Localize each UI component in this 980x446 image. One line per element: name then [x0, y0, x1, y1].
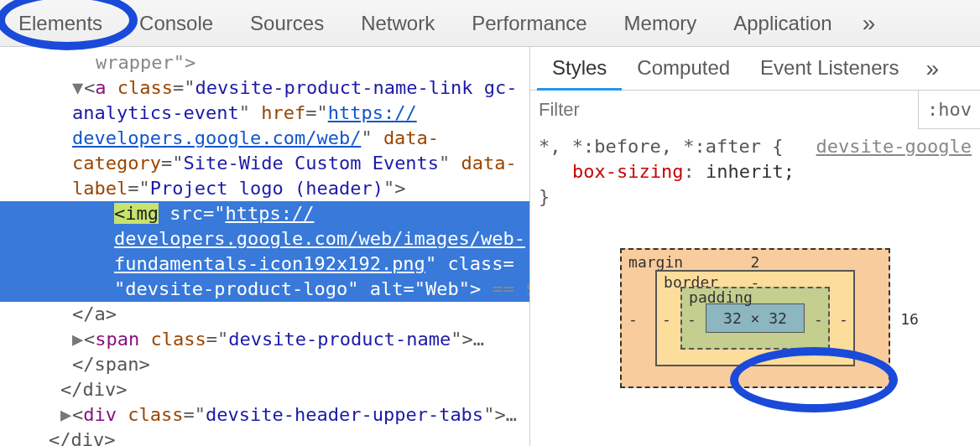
border-right-val: - — [839, 309, 848, 327]
dom-node-a-close[interactable]: </a> — [0, 302, 529, 327]
tab-console[interactable]: Console — [121, 0, 232, 47]
dom-tree[interactable]: wrapper"> ▼<a class="devsite-product-nam… — [0, 47, 529, 446]
subtabs-overflow-icon[interactable]: » — [915, 55, 951, 82]
styles-filter-input[interactable] — [530, 91, 919, 129]
padding-left-val: - — [687, 309, 696, 327]
border-left-val: - — [662, 309, 671, 327]
dom-node-span-close[interactable]: </span> — [0, 352, 529, 377]
dom-node-span[interactable]: ▶<span class="devsite-product-name">… — [0, 327, 529, 352]
styles-filter-row: :hov — [530, 91, 980, 129]
padding-label: padding — [689, 288, 753, 306]
margin-left-val: - — [628, 309, 638, 327]
padding-right-val: - — [814, 309, 823, 327]
dom-node-a-open[interactable]: analytics-event" href="https:// — [0, 101, 529, 126]
dom-node-a-open[interactable]: developers.google.com/web/" data- — [0, 126, 529, 151]
content-dimensions: 32 × 32 — [706, 303, 805, 333]
dom-node-div-close2[interactable]: </div> — [0, 428, 529, 446]
rule-source-link[interactable]: devsite-google — [816, 134, 972, 159]
rule-selector[interactable]: *, *:before, *:after { — [539, 136, 783, 157]
styles-tabs: Styles Computed Event Listeners » — [530, 47, 980, 91]
dom-node-img-selected[interactable]: "devsite-product-logo" alt="Web"> == $0 — [0, 277, 529, 302]
styles-panel: Styles Computed Event Listeners » :hov *… — [530, 47, 980, 446]
subtab-event-listeners[interactable]: Event Listeners — [745, 47, 914, 91]
devtools-toolbar: Elements Console Sources Network Perform… — [0, 0, 980, 47]
tab-network[interactable]: Network — [342, 0, 453, 47]
tab-memory[interactable]: Memory — [606, 0, 716, 47]
dom-node-a-open[interactable]: category="Site-Wide Custom Events" data- — [0, 151, 529, 176]
hov-toggle[interactable]: :hov — [919, 99, 980, 120]
tab-performance[interactable]: Performance — [453, 0, 605, 47]
margin-right-val: 16 — [900, 309, 919, 327]
tab-application[interactable]: Application — [715, 0, 850, 47]
main-split: wrapper"> ▼<a class="devsite-product-nam… — [0, 47, 980, 446]
styles-rules[interactable]: *, *:before, *:after { devsite-google bo… — [530, 129, 980, 215]
subtab-computed[interactable]: Computed — [622, 47, 745, 91]
elements-panel[interactable]: wrapper"> ▼<a class="devsite-product-nam… — [0, 47, 530, 446]
margin-top-val: 2 — [751, 253, 760, 271]
tab-elements[interactable]: Elements — [0, 0, 121, 47]
dom-node-img-selected[interactable]: <img src="https:// — [0, 201, 529, 226]
rule-value[interactable]: inherit; — [706, 161, 795, 182]
box-model[interactable]: margin 2 - border - - - padding - - 32 ×… — [530, 215, 980, 388]
dom-node-div-tabs[interactable]: ▶<div class="devsite-header-upper-tabs">… — [0, 402, 529, 428]
rule-close: } — [539, 184, 972, 210]
tabs-overflow-icon[interactable]: » — [851, 10, 888, 37]
dom-node-img-selected[interactable]: fundamentals-icon192x192.png" class= — [0, 252, 529, 277]
dom-node-div-close[interactable]: </div> — [0, 377, 529, 402]
dom-node[interactable]: wrapper"> — [0, 50, 529, 75]
subtab-styles[interactable]: Styles — [537, 47, 622, 91]
dom-node-a-open[interactable]: label="Project logo (header)"> — [0, 176, 529, 201]
dom-node-img-selected[interactable]: developers.google.com/web/images/web- — [0, 226, 529, 252]
dom-node-a-open[interactable]: ▼<a class="devsite-product-name-link gc- — [0, 75, 529, 101]
tab-sources[interactable]: Sources — [232, 0, 342, 47]
margin-label: margin — [628, 253, 683, 271]
rule-property[interactable]: box-sizing — [572, 161, 683, 182]
